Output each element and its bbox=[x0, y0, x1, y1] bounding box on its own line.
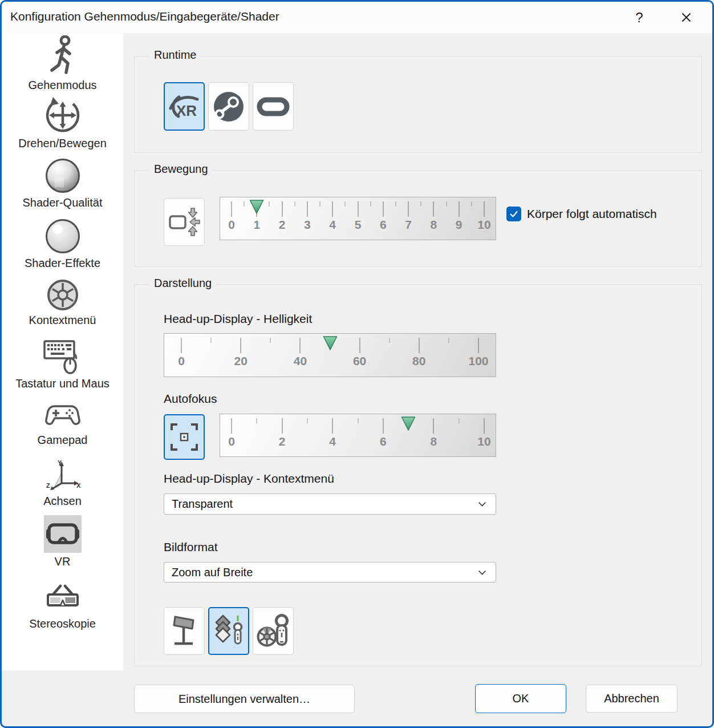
tick-label: 10 bbox=[477, 218, 490, 232]
chevron-down-icon bbox=[478, 501, 486, 507]
sidebar-item-drehen-bewegen[interactable]: Drehen/Bewegen bbox=[2, 96, 123, 150]
autofokus-toggle-button[interactable] bbox=[164, 414, 205, 460]
tick bbox=[433, 201, 434, 217]
tick bbox=[332, 418, 333, 434]
steamvr-icon bbox=[212, 90, 245, 123]
tick bbox=[300, 338, 301, 353]
wheel-controller-icon bbox=[255, 613, 291, 649]
tick bbox=[383, 418, 383, 434]
tick-label: 80 bbox=[412, 354, 425, 368]
tick-label: 3 bbox=[304, 218, 311, 232]
wheel-menu-icon bbox=[46, 278, 79, 312]
sidebar-item-label: Gamepad bbox=[38, 434, 88, 447]
glossy-sphere-icon bbox=[44, 218, 81, 254]
sidebar-item-gehenmodus[interactable]: Gehenmodus bbox=[2, 35, 123, 92]
group-bewegung: Bewegung 012345678910 Körper folgt autom… bbox=[134, 170, 702, 267]
3d-glasses-icon bbox=[44, 583, 81, 614]
tick bbox=[294, 201, 295, 207]
tick bbox=[484, 201, 485, 217]
runtime-steamvr-button[interactable] bbox=[208, 82, 249, 131]
sidebar-item-stereoskopie[interactable]: Stereoskopie bbox=[2, 582, 123, 630]
runtime-oculus-button[interactable] bbox=[253, 82, 294, 131]
oculus-icon bbox=[257, 90, 290, 123]
group-bewegung-title: Bewegung bbox=[149, 163, 213, 176]
tick bbox=[345, 201, 346, 207]
sidebar: Gehenmodus Drehen/Bewegen bbox=[2, 33, 123, 670]
sidebar-item-label: Gehenmodus bbox=[28, 79, 96, 92]
xyz-axes-icon: Y X Z bbox=[44, 458, 82, 492]
sidebar-item-achsen[interactable]: Y X Z Achsen bbox=[2, 458, 123, 508]
manage-settings-button[interactable]: Einstellungen verwalten… bbox=[134, 685, 355, 713]
help-button[interactable]: ? bbox=[623, 2, 655, 33]
koerper-folgt-checkbox[interactable]: Körper folgt automatisch bbox=[506, 207, 657, 221]
bewegung-slider[interactable]: 012345678910 bbox=[220, 197, 496, 240]
sidebar-item-kontextmenu[interactable]: Kontextmenü bbox=[2, 278, 123, 327]
help-icon: ? bbox=[635, 10, 643, 26]
svg-text:Z: Z bbox=[46, 482, 50, 489]
tick bbox=[359, 338, 360, 353]
tick bbox=[448, 338, 449, 343]
tick bbox=[270, 338, 271, 343]
group-runtime: Runtime XR bbox=[134, 56, 702, 153]
autofokus-slider[interactable]: 0246810 bbox=[220, 414, 496, 457]
slider-marker-icon[interactable] bbox=[401, 416, 416, 431]
tick bbox=[446, 201, 447, 207]
slider-marker-icon[interactable] bbox=[249, 199, 264, 215]
tick bbox=[241, 338, 241, 353]
runtime-openxr-button[interactable]: XR bbox=[164, 82, 205, 131]
tick bbox=[282, 201, 282, 217]
group-darstellung-title: Darstellung bbox=[149, 277, 216, 290]
close-icon bbox=[681, 13, 691, 22]
tick bbox=[232, 201, 232, 217]
viewer-screen-stand-button[interactable] bbox=[164, 607, 205, 655]
sidebar-item-shader-qualitaet[interactable]: Shader-Qualität bbox=[2, 157, 123, 209]
tick bbox=[181, 338, 182, 353]
sidebar-item-vr[interactable]: VR bbox=[2, 515, 123, 568]
tick bbox=[358, 418, 358, 423]
sidebar-item-tastatur-maus[interactable]: Tastatur und Maus bbox=[2, 338, 123, 390]
close-button[interactable] bbox=[670, 2, 702, 33]
rotate-move-icon bbox=[43, 96, 82, 135]
group-darstellung: Darstellung Head-up-Display - Helligkeit… bbox=[134, 284, 702, 666]
tick-label: 8 bbox=[431, 218, 437, 232]
tick bbox=[232, 418, 232, 434]
sidebar-item-label: VR bbox=[55, 555, 71, 568]
sidebar-item-shader-effekte[interactable]: Shader-Effekte bbox=[2, 218, 123, 270]
sidebar-item-gamepad[interactable]: Gamepad bbox=[2, 401, 123, 447]
vr-headset-icon bbox=[45, 521, 80, 547]
cancel-button[interactable]: Abbrechen bbox=[586, 685, 678, 713]
tick bbox=[358, 201, 358, 217]
sidebar-item-label: Kontextmenü bbox=[29, 314, 96, 327]
dialog-window: Konfiguration Gehenmodus/Eingabegeräte/S… bbox=[0, 0, 714, 728]
group-runtime-title: Runtime bbox=[149, 48, 201, 62]
sidebar-item-label: Shader-Qualität bbox=[22, 196, 102, 209]
kontextmenu-dropdown[interactable]: Transparent bbox=[164, 494, 496, 515]
slider-marker-icon[interactable] bbox=[323, 335, 338, 351]
tick-label: 4 bbox=[329, 218, 336, 232]
bewegung-snap-button[interactable] bbox=[164, 198, 205, 246]
sidebar-item-label: Shader-Effekte bbox=[25, 257, 100, 270]
tick bbox=[307, 201, 307, 217]
shaded-sphere-icon bbox=[44, 157, 81, 194]
chevron-down-icon bbox=[478, 570, 486, 575]
snap-to-object-icon bbox=[168, 206, 201, 238]
tick-label: 2 bbox=[279, 435, 286, 448]
bildformat-dropdown[interactable]: Zoom auf Breite bbox=[164, 562, 496, 583]
checkbox-checked-icon[interactable] bbox=[506, 207, 521, 221]
helligkeit-slider[interactable]: 020406080100 bbox=[164, 333, 496, 377]
tick-label: 0 bbox=[228, 218, 235, 232]
tick bbox=[370, 201, 371, 207]
tick bbox=[211, 338, 212, 343]
tick bbox=[257, 418, 257, 423]
tick bbox=[244, 201, 245, 207]
tick-label: 6 bbox=[380, 218, 387, 232]
svg-text:X: X bbox=[76, 482, 81, 489]
walking-person-icon bbox=[46, 35, 80, 76]
tick-label: 10 bbox=[477, 435, 490, 448]
checkbox-label: Körper folgt automatisch bbox=[527, 207, 657, 221]
viewer-wheel-controller-button[interactable] bbox=[253, 607, 294, 655]
tick-label: 60 bbox=[353, 354, 366, 368]
title-bar: Konfiguration Gehenmodus/Eingabegeräte/S… bbox=[2, 2, 712, 33]
viewer-layers-controller-button[interactable] bbox=[208, 607, 249, 655]
ok-button[interactable]: OK bbox=[475, 684, 566, 713]
